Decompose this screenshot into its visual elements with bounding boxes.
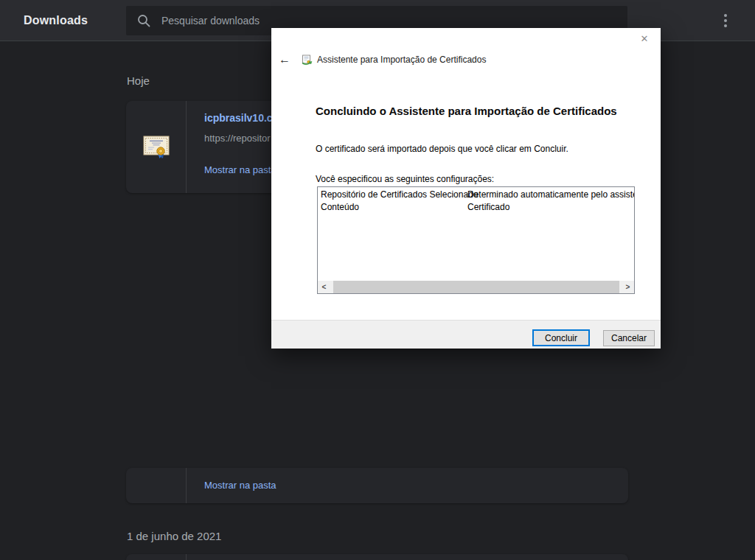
settings-label: Você especificou as seguintes configuraç… (316, 174, 494, 184)
wizard-body-text: O certificado será importado depois que … (316, 144, 639, 154)
show-in-folder-link[interactable]: Mostrar na pasta (204, 164, 276, 175)
section-header-today: Hoje (127, 74, 150, 87)
wizard-footer: Concluir Cancelar (271, 320, 661, 349)
card-divider (186, 468, 187, 503)
back-arrow-icon[interactable]: ← (276, 53, 293, 66)
settings-row: Repositório de Certificados Selecionado … (318, 187, 634, 201)
certificate-import-wizard-dialog: ✕ ← Assistente para Importação de Certif… (271, 28, 661, 349)
scroll-left-icon[interactable]: < (318, 281, 330, 293)
setting-value: Determinado automaticamente pelo assiste… (467, 189, 635, 201)
setting-name: Repositório de Certificados Selecionado (321, 189, 467, 201)
section-header-date: 1 de junho de 2021 (127, 530, 221, 542)
download-item-card-partial (126, 554, 628, 560)
settings-row: Conteúdo Certificado (318, 201, 634, 214)
more-menu-icon[interactable] (712, 7, 739, 34)
card-divider (186, 554, 187, 560)
close-icon[interactable]: ✕ (628, 28, 661, 49)
finish-button[interactable]: Concluir (532, 329, 590, 346)
wizard-header: ← Assistente para Importação de Certific… (271, 50, 661, 69)
download-filename-link[interactable]: icpbrasilv10.crt (204, 112, 280, 124)
card-divider (186, 101, 187, 193)
show-in-folder-link[interactable]: Mostrar na pasta (204, 480, 276, 491)
settings-listbox[interactable]: Repositório de Certificados Selecionado … (317, 186, 635, 294)
cancel-button[interactable]: Cancelar (603, 330, 655, 346)
wizard-title: Assistente para Importação de Certificad… (317, 55, 486, 65)
download-item-card: Mostrar na pasta (126, 468, 628, 503)
scrollbar-thumb[interactable] (333, 281, 619, 293)
horizontal-scrollbar[interactable]: < > (318, 281, 634, 293)
search-placeholder: Pesquisar downloads (161, 15, 260, 27)
certificate-file-icon (143, 136, 170, 159)
page-title: Downloads (24, 0, 88, 41)
wizard-heading: Concluindo o Assistente para Importação … (316, 105, 639, 117)
scroll-right-icon[interactable]: > (622, 281, 634, 293)
setting-name: Conteúdo (321, 201, 467, 214)
download-source-url: https://repositor (204, 133, 271, 144)
setting-value: Certificado (467, 201, 509, 214)
search-icon (136, 13, 151, 28)
wizard-certificate-icon (301, 54, 313, 66)
